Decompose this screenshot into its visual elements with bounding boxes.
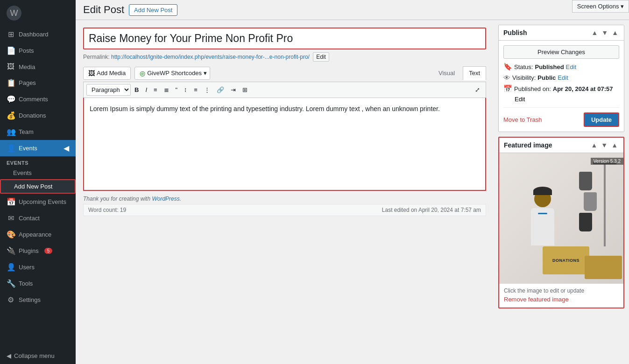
sidebar-item-dashboard[interactable]: ⊞ Dashboard [0, 26, 76, 42]
givewp-label: GiveWP Shortcodes [147, 70, 202, 77]
donations-image-scene: DONATIONS [499, 153, 623, 284]
bold-button[interactable]: B [132, 84, 141, 95]
collapse-menu[interactable]: ◀ Collapse menu [0, 348, 76, 364]
donation-box-label: DONATIONS [552, 258, 580, 263]
visibility-value: Public [537, 74, 556, 81]
indent-button[interactable]: ⇥ [228, 84, 239, 95]
publish-collapse-up[interactable]: ▲ [590, 29, 599, 36]
visibility-label: Visibility: [512, 74, 536, 81]
edit-slug-button[interactable]: Edit [313, 52, 329, 62]
sidebar-item-label: Settings [19, 296, 41, 303]
sidebar: W ⊞ Dashboard 📄 Posts 🖼 Media 📋 Pages 💬 … [0, 0, 76, 364]
givewp-shortcodes-button[interactable]: ◎ GiveWP Shortcodes ▾ [134, 67, 210, 80]
tab-visual[interactable]: Visual [432, 66, 461, 80]
sidebar-item-label: Dashboard [19, 31, 49, 38]
featured-image-close[interactable]: ▲ [610, 141, 619, 149]
word-count: Word count: 19 [88, 207, 126, 213]
fullscreen-button[interactable]: ⤢ [472, 84, 483, 95]
comments-icon: 💬 [7, 95, 15, 104]
collapse-label: Collapse menu [14, 352, 55, 359]
editor-content-area[interactable]: Lorem Ipsum is simply dummy text of the … [83, 98, 486, 191]
sidebar-item-tools[interactable]: 🔧 Tools [0, 275, 76, 292]
preview-changes-button[interactable]: Preview Changes [503, 45, 619, 59]
sidebar-sub-events[interactable]: Events [0, 167, 76, 179]
featured-image-up[interactable]: ▲ [590, 141, 598, 149]
table-button[interactable]: ⊞ [240, 84, 250, 95]
version-badge: Version 5.3.2 [591, 158, 623, 165]
visibility-edit-link[interactable]: Edit [558, 74, 568, 81]
permalink-row: Permalink: http://localhost/lgnite-demo/… [83, 52, 486, 62]
word-count-bar: Word count: 19 Last edited on April 20, … [83, 204, 486, 216]
visibility-icon: 👁 [503, 74, 510, 82]
sidebar-item-label: Pages [19, 79, 36, 86]
align-left-button[interactable]: ⫶ [181, 84, 190, 95]
upcoming-events-icon: 📅 [7, 197, 15, 206]
wordpress-link[interactable]: WordPress [152, 196, 179, 202]
add-media-button[interactable]: 🖼 Add Media [83, 67, 131, 80]
featured-image-controls: ▲ ▼ ▲ [590, 141, 619, 149]
appearance-icon: 🎨 [7, 230, 15, 239]
givewp-icon: ◎ [140, 70, 145, 77]
sidebar-item-donations[interactable]: 💰 Donations [0, 107, 76, 124]
main-area: Edit Post Add New Post Screen Options ▾ … [76, 0, 629, 364]
featured-image-down[interactable]: ▼ [600, 141, 608, 149]
permalink-url[interactable]: http://localhost/lgnite-demo/index.php/e… [111, 54, 310, 60]
tab-text[interactable]: Text [463, 66, 486, 80]
sidebar-item-events[interactable]: 👤 Events ◀ [0, 140, 76, 156]
publish-close[interactable]: ▲ [611, 29, 619, 36]
tools-icon: 🔧 [7, 279, 15, 288]
events-icon: 👤 [7, 144, 15, 153]
visibility-row: 👁 Visibility: Public Edit [503, 74, 619, 82]
featured-image-container[interactable]: DONATIONS [499, 153, 623, 284]
page-title: Edit Post [83, 4, 124, 16]
update-button[interactable]: Update [584, 112, 619, 127]
publish-collapse-down[interactable]: ▼ [601, 29, 609, 36]
sidebar-logo: W [0, 0, 76, 26]
publish-actions: Move to Trash Update [503, 107, 619, 127]
top-bar: Edit Post Add New Post Screen Options ▾ [76, 0, 629, 20]
sidebar-item-comments[interactable]: 💬 Comments [0, 91, 76, 107]
content-area: Permalink: http://localhost/lgnite-demo/… [76, 20, 629, 364]
plugins-icon: 🔌 [7, 246, 15, 255]
sidebar-item-contact[interactable]: ✉ Contact [0, 210, 76, 226]
unordered-list-button[interactable]: ≡ [151, 84, 160, 95]
remove-featured-image-link[interactable]: Remove featured image [499, 296, 623, 308]
media-icon: 🖼 [7, 63, 15, 71]
sidebar-item-appearance[interactable]: 🎨 Appearance [0, 226, 76, 243]
sidebar-sub-add-new-post[interactable]: Add New Post [0, 179, 76, 194]
sidebar-item-users[interactable]: 👤 Users [0, 259, 76, 275]
cloth-2 [584, 192, 597, 211]
sidebar-item-upcoming-events[interactable]: 📅 Upcoming Events [0, 194, 76, 210]
posts-icon: 📄 [7, 46, 15, 55]
sidebar-item-media[interactable]: 🖼 Media [0, 59, 76, 75]
italic-button[interactable]: I [142, 84, 150, 95]
status-edit-link[interactable]: Edit [566, 63, 576, 70]
blockquote-button[interactable]: " [173, 84, 181, 95]
align-center-button[interactable]: ≡ [191, 84, 200, 95]
sidebar-item-label: Plugins [19, 247, 39, 254]
sidebar-item-plugins[interactable]: 🔌 Plugins 5 [0, 243, 76, 259]
move-to-trash-link[interactable]: Move to Trash [503, 116, 542, 123]
post-title-input[interactable] [83, 28, 486, 49]
contact-icon: ✉ [7, 214, 15, 223]
published-edit-link[interactable]: Edit [515, 96, 525, 103]
sidebar-item-pages[interactable]: 📋 Pages [0, 75, 76, 91]
featured-image-title: Featured image [504, 141, 552, 149]
sidebar-item-team[interactable]: 👥 Team [0, 124, 76, 140]
ordered-list-button[interactable]: ≣ [161, 84, 172, 95]
status-icon: 🔖 [503, 63, 512, 71]
donations-icon: 💰 [7, 111, 15, 120]
sidebar-item-settings[interactable]: ⚙ Settings [0, 292, 76, 308]
add-new-post-button[interactable]: Add New Post [129, 4, 177, 16]
cloth-3 [579, 213, 592, 231]
align-right-button[interactable]: ⋮ [201, 84, 213, 95]
link-button[interactable]: 🔗 [214, 84, 227, 95]
sidebar-item-label: Tools [19, 280, 33, 287]
sidebar-item-label: Posts [19, 47, 34, 54]
sidebar-item-posts[interactable]: 📄 Posts [0, 42, 76, 59]
paragraph-select[interactable]: Paragraph [86, 84, 131, 96]
clothes-rack [591, 162, 619, 256]
screen-options-button[interactable]: Screen Options ▾ [572, 0, 629, 13]
wordpress-icon: W [7, 6, 21, 21]
visual-text-tabs: Visual Text [432, 66, 486, 80]
